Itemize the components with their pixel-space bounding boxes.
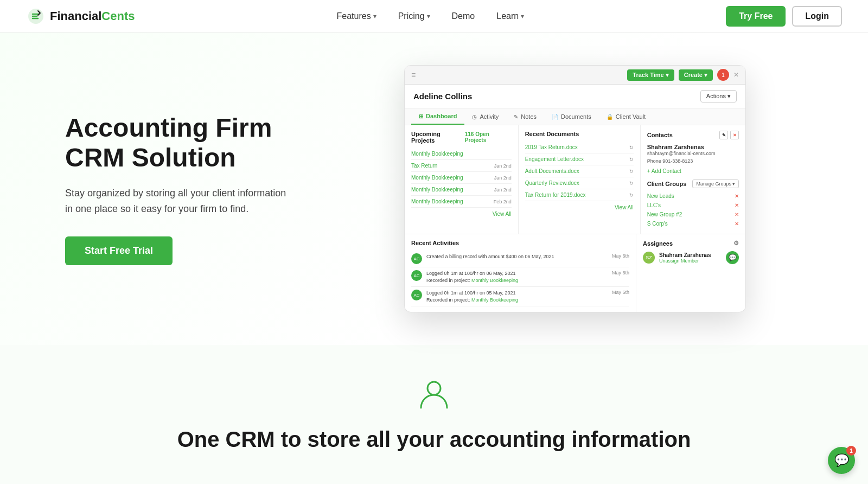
activity-avatar: AC xyxy=(411,290,422,300)
app-topbar-right: Track Time ▾ Create ▾ 1 ✕ xyxy=(627,69,739,81)
pricing-chevron-icon: ▾ xyxy=(427,12,430,20)
sync-icon: ↻ xyxy=(629,169,634,174)
contacts-title: Contacts ✎ ✕ xyxy=(647,131,739,139)
learn-chevron-icon: ▾ xyxy=(521,12,524,20)
contact-actions: ✎ ✕ xyxy=(719,131,739,139)
nav-links: Features ▾ Pricing ▾ Demo Learn ▾ xyxy=(328,7,533,25)
app-screenshot: ≡ Track Time ▾ Create ▾ 1 ✕ Adeline Coll… xyxy=(404,65,746,312)
activity-icon: ◷ xyxy=(472,114,477,120)
section2-title: One CRM to store all your accounting inf… xyxy=(22,427,846,452)
track-time-button[interactable]: Track Time ▾ xyxy=(627,69,674,81)
delete-group-button[interactable]: ✕ xyxy=(735,221,739,227)
activity-row: AC Logged 0h 1m at 100/hr on 06 May, 202… xyxy=(411,267,629,287)
activity-row: AC Logged 0h 1m at 100/hr on 05 May, 202… xyxy=(411,287,629,306)
activity-row: AC Created a billing record with amount … xyxy=(411,251,629,267)
assignees-settings-icon[interactable]: ⚙ xyxy=(733,240,739,247)
contact-name: Shahram Zarshenas xyxy=(647,144,739,150)
activities-section: Recent Activities AC Created a billing r… xyxy=(405,234,636,312)
recent-documents-col: Recent Documents 2019 Tax Return.docx ↻ … xyxy=(519,125,641,234)
app-topbar: ≡ Track Time ▾ Create ▾ 1 ✕ xyxy=(405,66,745,85)
sync-icon: ↻ xyxy=(629,181,634,186)
vault-icon: 🔒 xyxy=(607,114,613,120)
app-topbar-left: ≡ xyxy=(411,71,416,79)
features-chevron-icon: ▾ xyxy=(373,12,376,20)
delete-group-button[interactable]: ✕ xyxy=(735,202,739,208)
app-body: Upcoming Projects 116 Open Projects Mont… xyxy=(405,125,745,234)
actions-button[interactable]: Actions ▾ xyxy=(700,90,737,102)
client-name: Adeline Collins xyxy=(413,92,472,101)
open-projects-badge: 116 Open Projects xyxy=(465,131,512,143)
document-row: 2019 Tax Return.docx ↻ xyxy=(525,142,634,153)
hero-right: ≡ Track Time ▾ Create ▾ 1 ✕ Adeline Coll… xyxy=(293,65,825,312)
unassign-button[interactable]: Unassign Member xyxy=(659,258,711,264)
upcoming-projects-title: Upcoming Projects 116 Open Projects xyxy=(411,131,512,144)
hamburger-icon: ≡ xyxy=(411,71,416,79)
delete-group-button[interactable]: ✕ xyxy=(735,193,739,199)
dashboard-icon: ⊞ xyxy=(419,113,423,119)
login-button[interactable]: Login xyxy=(792,6,842,27)
chat-bubble-icon: 💬 xyxy=(834,453,849,467)
logo[interactable]: FinancialCents xyxy=(26,7,135,26)
section2: One CRM to store all your accounting inf… xyxy=(0,345,868,484)
chat-bubble[interactable]: 💬 1 xyxy=(828,447,855,474)
tab-documents[interactable]: 📄 Documents xyxy=(544,108,599,125)
start-free-trial-button[interactable]: Start Free Trial xyxy=(65,236,173,265)
documents-view-all[interactable]: View All xyxy=(525,204,634,210)
create-button[interactable]: Create ▾ xyxy=(679,69,713,81)
tab-dashboard[interactable]: ⊞ Dashboard xyxy=(411,108,464,125)
app-bottom: Recent Activities AC Created a billing r… xyxy=(405,234,745,312)
app-tabs: ⊞ Dashboard ◷ Activity ✎ Notes 📄 Documen… xyxy=(405,108,745,125)
try-free-button[interactable]: Try Free xyxy=(726,6,786,27)
assignees-title: Assignees ⚙ xyxy=(643,240,739,247)
client-groups-header: Client Groups Manage Groups ▾ xyxy=(647,180,739,188)
hero-section: Accounting Firm CRM Solution Stay organi… xyxy=(0,33,868,345)
hero-description: Stay organized by storing all your clien… xyxy=(65,185,293,217)
person-icon xyxy=(417,377,451,412)
user-avatar-badge: 1 xyxy=(717,69,729,81)
project-row: Monthly Bookkeeping Jan 2nd xyxy=(411,184,512,196)
group-row: New Leads ✕ xyxy=(647,191,739,201)
document-row: Engagement Letter.docx ↻ xyxy=(525,153,634,165)
nav-actions: Try Free Login xyxy=(726,6,842,27)
activities-title: Recent Activities xyxy=(411,240,629,246)
tab-client-vault[interactable]: 🔒 Client Vault xyxy=(599,108,653,125)
hero-left: Accounting Firm CRM Solution Stay organi… xyxy=(65,113,293,265)
svg-point-1 xyxy=(427,382,441,395)
group-row: New Group #2 ✕ xyxy=(647,210,739,219)
delete-contact-button[interactable]: ✕ xyxy=(730,131,739,139)
contacts-col: Contacts ✎ ✕ Shahram Zarshenas shahraym@… xyxy=(641,125,745,234)
nav-pricing[interactable]: Pricing ▾ xyxy=(390,7,439,25)
nav-learn[interactable]: Learn ▾ xyxy=(488,7,533,25)
nav-features[interactable]: Features ▾ xyxy=(328,7,385,25)
group-row: LLC's ✕ xyxy=(647,201,739,210)
project-row: Monthly Bookkeeping Feb 2nd xyxy=(411,196,512,208)
assignee-name: Shahram Zarshenas xyxy=(659,252,711,258)
logo-text: FinancialCents xyxy=(50,9,135,23)
tab-activity[interactable]: ◷ Activity xyxy=(464,108,506,125)
activity-avatar: AC xyxy=(411,253,422,264)
navbar: FinancialCents Features ▾ Pricing ▾ Demo… xyxy=(0,0,868,33)
notes-icon: ✎ xyxy=(514,114,518,120)
chat-icon: 💬 xyxy=(726,251,739,264)
project-row: Tax Return Jan 2nd xyxy=(411,160,512,172)
assignees-section: Assignees ⚙ SZ Shahram Zarshenas Unassig… xyxy=(636,234,745,312)
activity-avatar: AC xyxy=(411,270,422,281)
edit-contact-button[interactable]: ✎ xyxy=(719,131,728,139)
group-row: S Corp's ✕ xyxy=(647,219,739,228)
add-contact-button[interactable]: + Add Contact xyxy=(647,168,739,174)
project-row: Monthly Bookkeeping xyxy=(411,148,512,160)
delete-group-button[interactable]: ✕ xyxy=(735,212,739,217)
nav-demo[interactable]: Demo xyxy=(443,7,484,25)
assignee-row: SZ Shahram Zarshenas Unassign Member 💬 xyxy=(643,251,739,264)
tab-notes[interactable]: ✎ Notes xyxy=(506,108,544,125)
project-row: Monthly Bookkeeping Jan 2nd xyxy=(411,172,512,184)
projects-view-all[interactable]: View All xyxy=(411,211,512,217)
contact-info: shahraym@financial-cents.com Phone 901-3… xyxy=(647,150,739,165)
recent-documents-title: Recent Documents xyxy=(525,131,634,137)
document-row: Adult Documents.docx ↻ xyxy=(525,165,634,177)
sync-icon: ↻ xyxy=(629,145,634,150)
document-row: Quarterly Review.docx ↻ xyxy=(525,177,634,189)
chat-badge: 1 xyxy=(846,446,856,456)
documents-icon: 📄 xyxy=(552,114,558,120)
manage-groups-button[interactable]: Manage Groups ▾ xyxy=(692,180,739,188)
